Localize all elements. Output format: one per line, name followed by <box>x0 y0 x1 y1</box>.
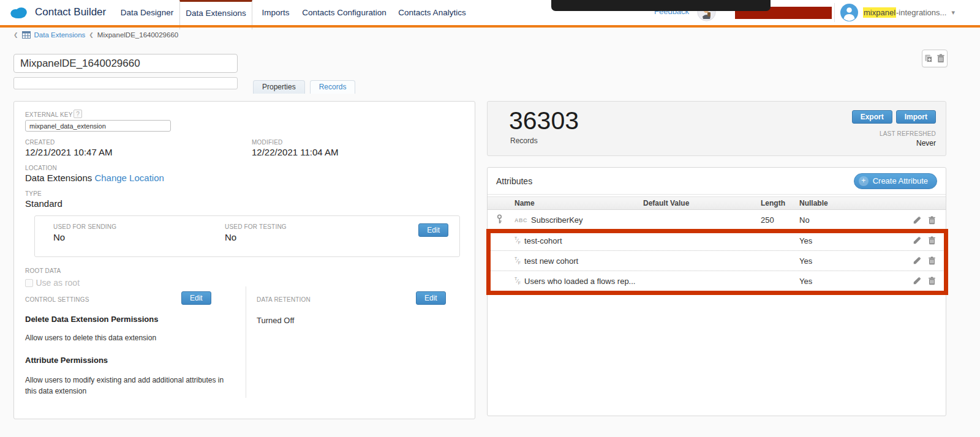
table-row[interactable]: ABC T⁄F Users who loaded a flows rep... … <box>488 271 946 291</box>
delete-permissions-description: Allow users to delete this data extensio… <box>25 332 156 343</box>
attribute-name: test-cohort <box>524 236 562 245</box>
location-label: LOCATION <box>25 165 57 171</box>
use-as-root-row: Use as root <box>25 277 80 288</box>
control-settings-edit-button[interactable]: Edit <box>181 291 211 305</box>
column-default-value: Default Value <box>643 199 761 207</box>
usage-edit-button[interactable]: Edit <box>418 223 448 237</box>
chevron-left-icon: ❮ <box>89 32 94 38</box>
trash-icon[interactable] <box>937 54 945 63</box>
table-icon <box>22 31 31 39</box>
data-retention-edit-button[interactable]: Edit <box>416 291 446 305</box>
boolean-type-icon: T⁄F <box>514 236 521 245</box>
attribute-nullable: Yes <box>799 256 859 266</box>
trash-icon[interactable] <box>928 236 936 245</box>
nav-item-data-designer[interactable]: Data Designer <box>115 0 179 25</box>
user-menu[interactable]: mixpanel-integrations... ▾ <box>840 4 955 21</box>
trash-icon[interactable] <box>928 216 936 225</box>
redaction-bar-dark <box>551 0 771 11</box>
usage-box: USED FOR SENDING No USED FOR TESTING No … <box>34 215 460 257</box>
nav-item-imports[interactable]: Imports <box>257 0 294 25</box>
used-for-testing-label: USED FOR TESTING <box>225 223 287 230</box>
created-value: 12/21/2021 10:47 AM <box>25 147 113 157</box>
nav-item-contacts-configuration[interactable]: Contacts Configuration <box>301 0 387 25</box>
extension-actions-group <box>922 50 948 67</box>
tab-records[interactable]: Records <box>310 80 356 94</box>
breadcrumb-parent-link[interactable]: Data Extensions <box>34 31 86 39</box>
attribute-permissions-title: Attribute Permissions <box>25 356 108 365</box>
nav-item-contacts-analytics[interactable]: Contacts Analytics <box>397 0 467 25</box>
attribute-permissions-description: Allow users to modify existing and add a… <box>25 375 236 397</box>
change-location-link[interactable]: Change Location <box>94 173 164 183</box>
data-extension-name-input[interactable] <box>13 54 238 73</box>
attributes-table-header: Name Default Value Length Nullable <box>488 196 946 210</box>
edit-pencil-icon[interactable] <box>913 236 921 245</box>
root-data-label: ROOT DATA <box>25 267 61 274</box>
cloud-icon <box>9 6 29 19</box>
export-button[interactable]: Export <box>852 110 892 124</box>
type-label: TYPE <box>25 190 42 197</box>
text-type-icon: ABC <box>514 217 527 223</box>
modified-label: MODIFIED <box>252 139 283 146</box>
column-name: Name <box>514 199 643 207</box>
user-avatar-icon <box>840 4 858 21</box>
copy-icon[interactable] <box>924 54 933 63</box>
location-value: Data Extensions Change Location <box>25 173 164 183</box>
boolean-type-icon: T⁄F <box>514 277 521 285</box>
header-accent-bar <box>0 25 980 28</box>
tab-properties[interactable]: Properties <box>253 80 305 94</box>
breadcrumb: ❮ Data Extensions ❮ MixpanelDE_164002966… <box>13 31 178 39</box>
user-name: mixpanel-integrations... <box>863 8 946 17</box>
modified-value: 12/22/2021 11:04 AM <box>252 147 339 157</box>
import-button[interactable]: Import <box>896 110 936 124</box>
data-extension-description-input[interactable] <box>13 77 238 89</box>
detail-tabs: Properties Records <box>253 80 355 94</box>
trash-icon[interactable] <box>928 277 936 285</box>
record-count: 36303 <box>509 106 579 135</box>
attributes-titlebar: Attributes + Create Attribute <box>488 168 946 195</box>
data-retention-label: DATA RETENTION <box>257 296 311 303</box>
chevron-down-icon: ▾ <box>951 9 955 17</box>
app-logo[interactable]: Contact Builder <box>9 6 106 19</box>
attribute-name: test new cohort <box>524 256 578 266</box>
records-summary-panel: 36303 Records Export Import LAST REFRESH… <box>487 101 946 156</box>
table-row[interactable]: ABC T⁄F SubscriberKey 250 No <box>488 210 946 230</box>
table-row[interactable]: ABC T⁄F test new cohort Yes <box>488 250 946 271</box>
edit-pencil-icon[interactable] <box>913 277 921 285</box>
app-title: Contact Builder <box>35 6 106 18</box>
delete-permissions-title: Delete Data Extension Permissions <box>25 315 158 324</box>
attributes-title: Attributes <box>496 176 532 186</box>
boolean-type-icon: T⁄F <box>514 256 521 265</box>
column-length: Length <box>761 199 799 207</box>
external-key-input[interactable] <box>25 120 171 132</box>
use-as-root-checkbox[interactable] <box>25 279 33 287</box>
attribute-nullable: No <box>799 215 859 225</box>
edit-pencil-icon[interactable] <box>913 256 921 265</box>
header-divider <box>834 3 835 22</box>
records-actions: Export Import <box>852 110 936 124</box>
last-refreshed-label: LAST REFRESHED <box>880 130 936 137</box>
attribute-name: SubscriberKey <box>531 215 583 225</box>
control-settings-label: CONTROL SETTINGS <box>25 296 89 303</box>
key-icon <box>496 214 503 224</box>
use-as-root-label: Use as root <box>36 278 80 288</box>
data-retention-value: Turned Off <box>257 315 294 327</box>
attributes-panel: Attributes + Create Attribute Name Defau… <box>487 167 946 416</box>
edit-pencil-icon[interactable] <box>913 216 921 225</box>
help-icon[interactable]: ? <box>74 110 82 118</box>
breadcrumb-current: MixpanelDE_1640029660 <box>97 31 178 39</box>
trash-icon[interactable] <box>928 256 936 265</box>
plus-icon: + <box>859 176 869 186</box>
attribute-length: 250 <box>761 215 799 225</box>
created-label: CREATED <box>25 139 55 146</box>
attribute-nullable: Yes <box>799 277 859 286</box>
attributes-table-body: ABC T⁄F SubscriberKey 250 No <box>488 210 946 291</box>
section-divider <box>246 286 246 398</box>
column-nullable: Nullable <box>799 199 859 207</box>
table-row[interactable]: ABC T⁄F test-cohort Yes <box>488 230 946 250</box>
create-attribute-button[interactable]: + Create Attribute <box>854 173 937 189</box>
used-for-sending-value: No <box>53 232 65 242</box>
external-key-label: EXTERNAL KEY <box>25 111 73 118</box>
chevron-left-icon: ❮ <box>13 32 18 38</box>
used-for-sending-label: USED FOR SENDING <box>53 223 116 230</box>
last-refreshed-value: Never <box>916 139 936 148</box>
